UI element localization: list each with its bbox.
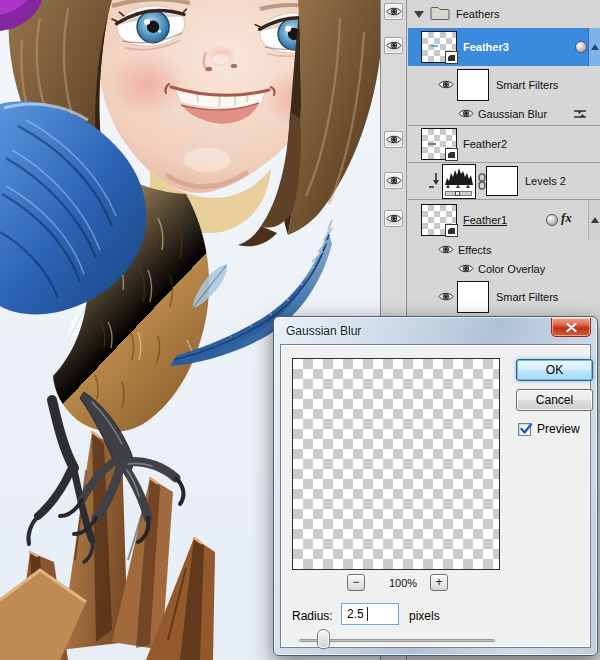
visibility-toggle-levels2[interactable] (384, 172, 403, 189)
smart-filter-collapse-strip[interactable] (588, 28, 600, 66)
layer-row-feather2[interactable]: Feather2 (408, 126, 600, 163)
photoshop-workspace: Feathers Feather3 Smart Filters Gaussian… (0, 0, 600, 660)
preview-checkbox[interactable] (518, 423, 531, 436)
effects-label[interactable]: Effects (458, 244, 491, 256)
zoom-out-button[interactable]: − (347, 574, 365, 591)
ok-button[interactable]: OK (516, 359, 593, 381)
eye-icon (386, 40, 402, 51)
layer-row-feather1[interactable]: Feather1 fx (408, 200, 600, 240)
radius-unit-label: pixels (409, 609, 440, 623)
row-effects[interactable]: Effects (408, 240, 600, 260)
dialog-title: Gaussian Blur (286, 324, 361, 338)
layer-thumbnail[interactable] (421, 31, 457, 63)
layer-name[interactable]: Levels 2 (525, 175, 566, 187)
eye-icon (386, 134, 402, 145)
dialog-titlebar[interactable]: Gaussian Blur (274, 317, 597, 344)
thumbnail-content (431, 45, 438, 47)
eye-icon[interactable] (458, 108, 474, 119)
eye-icon[interactable] (438, 79, 454, 90)
zoom-in-button[interactable]: + (430, 574, 448, 591)
layer-row-feather3[interactable]: Feather3 (408, 28, 600, 66)
smart-filter-mask-thumbnail[interactable] (457, 281, 489, 313)
smart-filter-collapse-strip[interactable] (588, 200, 600, 240)
smart-filters-label[interactable]: Smart Filters (496, 79, 558, 91)
smart-filters-label[interactable]: Smart Filters (496, 291, 558, 303)
visibility-toggle-feathers-group[interactable] (384, 3, 403, 20)
visibility-toggle-feather2[interactable] (384, 131, 403, 148)
plus-icon: + (435, 575, 442, 589)
smart-object-badge-icon (445, 51, 458, 64)
collapse-triangle-icon (591, 217, 599, 223)
cancel-button[interactable]: Cancel (516, 389, 593, 411)
row-smart-filters-top[interactable]: Smart Filters (408, 66, 600, 103)
row-gaussian-blur-filter[interactable]: Gaussian Blur (408, 103, 600, 125)
fx-badge[interactable]: fx (561, 210, 572, 226)
radius-input-wrap (341, 603, 399, 625)
disclosure-triangle-icon[interactable] (414, 11, 424, 18)
effect-name[interactable]: Color Overlay (478, 263, 545, 275)
eye-icon (386, 6, 402, 17)
preview-checkbox-label: Preview (537, 422, 580, 436)
histogram-icon (444, 166, 474, 186)
histogram-sliders-icon (444, 184, 474, 189)
smart-filter-badge-icon (546, 214, 558, 226)
filter-blend-options-icon[interactable] (572, 107, 588, 121)
smart-object-badge-icon (445, 224, 458, 237)
layer-mask-thumbnail[interactable] (486, 166, 518, 196)
clipping-arrow-icon (428, 172, 440, 190)
eye-icon (386, 213, 402, 224)
minus-icon: − (352, 575, 359, 589)
close-icon (566, 323, 577, 332)
collapse-triangle-icon (591, 44, 599, 50)
check-icon (519, 422, 534, 436)
close-button[interactable] (551, 318, 591, 337)
smart-filter-mask-thumbnail[interactable] (457, 69, 489, 101)
mini-slider-knob (455, 191, 460, 196)
filter-name[interactable]: Gaussian Blur (478, 108, 547, 120)
smart-object-badge-icon (445, 148, 458, 161)
row-smart-filters-bottom[interactable]: Smart Filters (408, 278, 600, 316)
mini-slider-track (445, 191, 472, 196)
thumbnail-content (428, 143, 436, 145)
zoom-level: 100% (369, 577, 437, 589)
dialog-body: − 100% + OK Cancel Preview Radius: pixel… (280, 344, 591, 648)
blur-preview-area[interactable] (292, 358, 500, 570)
layer-row-feathers-group[interactable]: Feathers (408, 0, 600, 28)
eye-icon[interactable] (438, 244, 454, 255)
layer-name[interactable]: Feather1 (463, 214, 507, 226)
layer-row-levels2[interactable]: Levels 2 (408, 163, 600, 200)
gaussian-blur-dialog: Gaussian Blur − 100% + OK Cancel Preview… (273, 316, 598, 656)
layer-name[interactable]: Feather2 (463, 138, 507, 150)
row-color-overlay[interactable]: Color Overlay (408, 260, 600, 278)
eye-icon[interactable] (438, 291, 454, 302)
eye-icon (386, 175, 402, 186)
smart-filter-badge-icon (575, 41, 587, 53)
visibility-toggle-feather1[interactable] (384, 210, 403, 227)
layer-thumbnail[interactable] (421, 128, 457, 160)
visibility-toggle-feather3[interactable] (384, 37, 403, 54)
folder-icon (430, 6, 450, 21)
layer-name[interactable]: Feather3 (463, 41, 509, 53)
radius-slider-thumb[interactable] (317, 629, 330, 649)
group-name: Feathers (456, 8, 499, 20)
layer-thumbnail[interactable] (421, 204, 457, 236)
levels-adjustment-thumbnail[interactable] (442, 164, 476, 199)
eye-icon[interactable] (458, 263, 474, 274)
radius-label: Radius: (292, 609, 333, 623)
text-caret (367, 607, 368, 621)
radius-input[interactable] (341, 603, 399, 625)
